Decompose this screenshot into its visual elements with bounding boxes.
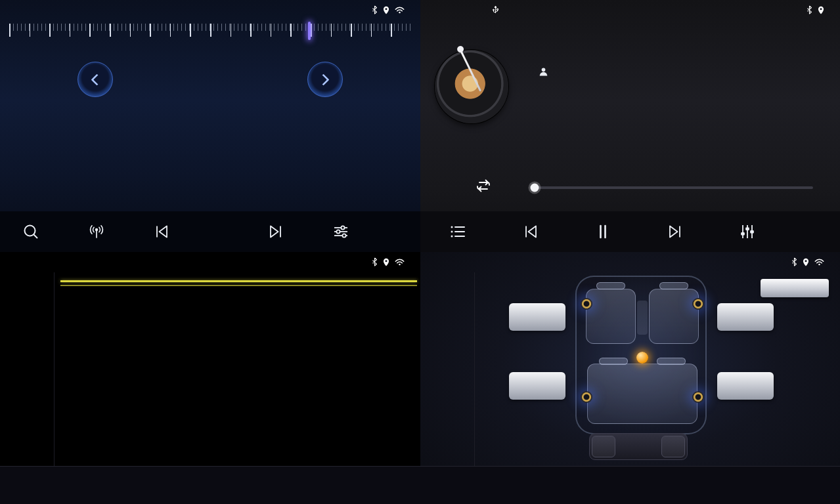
surround-mode-list <box>420 272 475 466</box>
eq-curve-shadow <box>60 285 417 286</box>
listening-position-marker[interactable] <box>636 352 648 364</box>
bluetooth-icon <box>372 257 378 266</box>
front-right-delay-button[interactable] <box>717 303 774 331</box>
bluetooth-icon <box>372 5 378 14</box>
equalizer-icon[interactable] <box>740 223 755 240</box>
eq-tab-icons <box>0 484 420 504</box>
car-cabin-diagram <box>575 276 707 434</box>
front-left-seat <box>586 289 636 344</box>
tuner-settings-icon[interactable] <box>332 223 349 240</box>
player-toolbar <box>420 211 840 252</box>
artist-row <box>539 67 554 79</box>
broadcast-icon[interactable] <box>88 223 105 240</box>
eq-tab-bar <box>0 466 420 484</box>
headrest <box>599 358 628 365</box>
chevron-right-icon <box>317 74 329 85</box>
surround-sound-screen <box>420 252 840 504</box>
equalizer-screen <box>0 252 420 504</box>
front-right-speaker-icon <box>692 298 704 310</box>
location-icon <box>383 258 389 266</box>
seek-up-button[interactable] <box>307 62 343 97</box>
front-left-speaker-icon <box>581 298 592 310</box>
chevron-left-icon <box>91 74 102 85</box>
status-bar <box>420 0 840 20</box>
rear-left-delay-button[interactable] <box>509 372 565 400</box>
usb-icon <box>493 5 498 15</box>
spectrum <box>641 58 824 145</box>
rear-seat <box>587 364 697 424</box>
eq-db-scale <box>29 304 50 426</box>
tuning-indicator[interactable] <box>308 22 311 40</box>
headrest <box>657 358 686 365</box>
previous-icon[interactable] <box>522 223 539 240</box>
radio-toolbar <box>0 211 420 252</box>
bluetooth-icon <box>807 5 812 14</box>
next-icon[interactable] <box>667 223 684 240</box>
radio-screen <box>0 0 420 252</box>
album-art-vinyl <box>435 50 508 123</box>
rear-right-speaker-icon <box>692 391 704 403</box>
progress-bar[interactable] <box>535 186 813 189</box>
decrease-delay-button[interactable] <box>661 436 685 457</box>
status-bar <box>420 252 840 272</box>
seek-down-button[interactable] <box>77 62 113 97</box>
music-player-screen <box>420 0 840 252</box>
scan-icon[interactable] <box>22 223 39 240</box>
increase-delay-button[interactable] <box>592 436 615 457</box>
eq-curve-line <box>60 280 417 282</box>
headrest <box>659 282 688 289</box>
previous-icon[interactable] <box>153 223 170 240</box>
playlist-icon[interactable] <box>449 224 466 240</box>
wifi-icon <box>395 7 405 14</box>
location-icon <box>383 6 389 14</box>
front-right-seat <box>649 289 699 344</box>
rear-left-speaker-icon <box>581 391 592 403</box>
bluetooth-icon <box>791 257 797 266</box>
status-bar <box>0 0 420 20</box>
rear-right-delay-button[interactable] <box>717 372 774 400</box>
frequency-scale[interactable] <box>9 24 411 41</box>
surround-tab-bar <box>420 466 840 484</box>
eq-bands <box>66 308 415 421</box>
wifi-icon <box>395 259 405 266</box>
progress-thumb[interactable] <box>531 184 539 192</box>
four-screen-grid <box>0 0 840 504</box>
surround-preset-button[interactable] <box>761 279 829 297</box>
location-icon <box>803 258 809 266</box>
repeat-icon[interactable] <box>474 178 493 196</box>
artist-icon <box>539 67 548 79</box>
location-icon <box>818 6 824 14</box>
surround-tab-icons <box>420 484 840 504</box>
headrest <box>596 282 625 289</box>
front-left-delay-button[interactable] <box>509 303 565 331</box>
next-icon[interactable] <box>267 223 284 240</box>
delay-adjuster <box>589 433 688 460</box>
status-bar <box>0 252 420 272</box>
center-console <box>637 301 648 335</box>
pause-icon[interactable] <box>595 223 611 240</box>
wifi-icon <box>814 259 824 266</box>
